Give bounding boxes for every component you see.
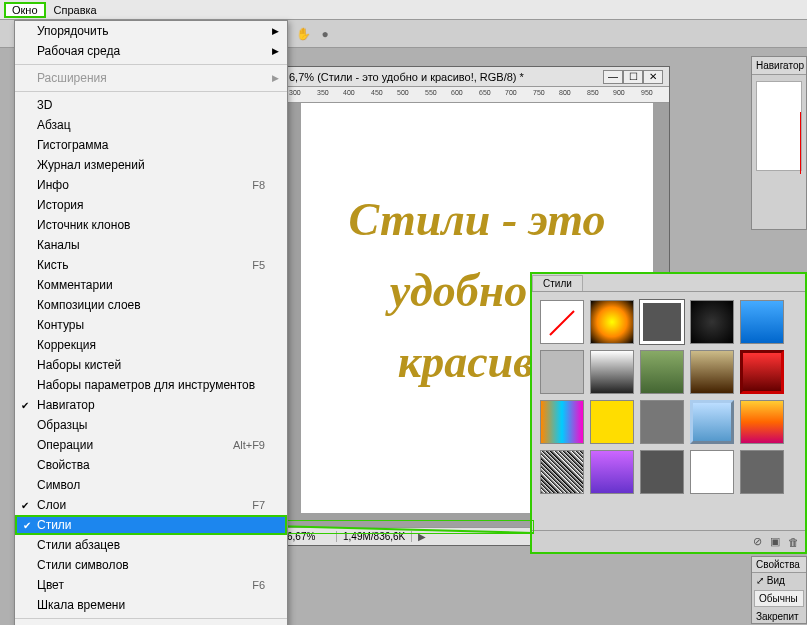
mi-cvet[interactable]: ЦветF6: [15, 575, 287, 595]
props-mode[interactable]: Обычны: [754, 590, 804, 607]
mi-kanaly[interactable]: Каналы: [15, 235, 287, 255]
doc-title-text: 6,7% (Стили - это удобно и красиво!, RGB…: [289, 71, 524, 83]
navigator-panel[interactable]: Навигатор: [751, 56, 807, 230]
mi-gistogramma[interactable]: Гистограмма: [15, 135, 287, 155]
style-swatch[interactable]: [690, 450, 734, 494]
properties-panel[interactable]: Свойства ⤢ Вид Обычны Закрепит: [751, 556, 807, 624]
separator: [15, 618, 287, 619]
style-swatch[interactable]: [540, 350, 584, 394]
navigator-preview[interactable]: [756, 81, 802, 171]
check-icon: ✔: [21, 400, 29, 411]
style-swatch[interactable]: [540, 450, 584, 494]
props-vid-label: ⤢ Вид: [752, 573, 806, 588]
styles-tabbar: Стили: [532, 274, 805, 292]
no-style-icon[interactable]: ⊘: [753, 535, 762, 548]
style-swatch[interactable]: [590, 300, 634, 344]
mi-3d[interactable]: 3D: [15, 95, 287, 115]
style-swatch-selected[interactable]: [640, 300, 684, 344]
check-icon: ✔: [21, 500, 29, 511]
minimize-button[interactable]: —: [603, 70, 623, 84]
styles-panel[interactable]: Стили ⊘ ▣ 🗑: [530, 272, 807, 554]
trash-icon[interactable]: 🗑: [788, 536, 799, 548]
submenu-arrow-icon: ▶: [272, 73, 279, 83]
mi-korrekciya[interactable]: Коррекция: [15, 335, 287, 355]
menu-spravka[interactable]: Справка: [46, 2, 105, 18]
styles-tab[interactable]: Стили: [532, 275, 583, 291]
style-swatch[interactable]: [590, 450, 634, 494]
submenu-arrow-icon: ▶: [272, 26, 279, 36]
mi-nabory-kistej[interactable]: Наборы кистей: [15, 355, 287, 375]
style-swatch[interactable]: [690, 350, 734, 394]
statusbar-arrow-icon[interactable]: ▶: [412, 531, 432, 542]
mi-nabory-param[interactable]: Наборы параметров для инструментов: [15, 375, 287, 395]
navigator-tab[interactable]: Навигатор: [752, 57, 806, 75]
props-tab[interactable]: Свойства: [752, 557, 806, 573]
menubar: Окно Справка: [0, 0, 807, 20]
separator: [15, 64, 287, 65]
hand-icon[interactable]: ✋: [295, 26, 311, 42]
check-icon: ✔: [23, 520, 31, 531]
style-swatch[interactable]: [640, 350, 684, 394]
mi-svojstva[interactable]: Свойства: [15, 455, 287, 475]
style-swatch[interactable]: [740, 450, 784, 494]
mi-istoriya[interactable]: История: [15, 195, 287, 215]
maximize-button[interactable]: ☐: [623, 70, 643, 84]
style-swatch[interactable]: [590, 350, 634, 394]
props-lock-label: Закрепит: [752, 609, 806, 624]
okno-dropdown: Упорядочить▶ Рабочая среда▶ Расширения▶ …: [14, 20, 288, 625]
ruler-horizontal: 3003504004505005506006507007508008509009…: [283, 87, 669, 103]
mi-kommentarii[interactable]: Комментарии: [15, 275, 287, 295]
style-swatch[interactable]: [640, 450, 684, 494]
new-style-icon[interactable]: ▣: [770, 535, 780, 548]
mi-kompozicii[interactable]: Композиции слоев: [15, 295, 287, 315]
mi-rabochaya-sreda[interactable]: Рабочая среда▶: [15, 41, 287, 61]
doc-size: 1,49M/836,6K: [337, 531, 412, 542]
mi-uporyadochit[interactable]: Упорядочить▶: [15, 21, 287, 41]
rec-icon[interactable]: ●: [317, 26, 333, 42]
style-none[interactable]: [540, 300, 584, 344]
styles-footer: ⊘ ▣ 🗑: [532, 530, 805, 552]
style-swatch[interactable]: [740, 350, 784, 394]
style-swatch[interactable]: [590, 400, 634, 444]
style-swatch[interactable]: [740, 400, 784, 444]
mi-istochnik[interactable]: Источник клонов: [15, 215, 287, 235]
mi-kist[interactable]: КистьF5: [15, 255, 287, 275]
mi-stili[interactable]: ✔Стили: [15, 515, 287, 535]
close-button[interactable]: ✕: [643, 70, 663, 84]
mi-operacii[interactable]: ОперацииAlt+F9: [15, 435, 287, 455]
mi-shkala[interactable]: Шкала времени: [15, 595, 287, 615]
mi-navigator[interactable]: ✔Навигатор: [15, 395, 287, 415]
mi-stili-simvolov[interactable]: Стили символов: [15, 555, 287, 575]
style-swatch[interactable]: [690, 300, 734, 344]
style-swatch[interactable]: [740, 300, 784, 344]
canvas-text-1: Стили - это: [349, 193, 606, 246]
style-swatch[interactable]: [540, 400, 584, 444]
mi-rasshireniya[interactable]: Расширения▶: [15, 68, 287, 88]
styles-grid: [532, 292, 805, 530]
submenu-arrow-icon: ▶: [272, 46, 279, 56]
mi-info[interactable]: ИнфоF8: [15, 175, 287, 195]
mi-obrazcy[interactable]: Образцы: [15, 415, 287, 435]
mi-abzac[interactable]: Абзац: [15, 115, 287, 135]
mi-stili-abzacev[interactable]: Стили абзацев: [15, 535, 287, 555]
mi-sloi[interactable]: ✔СлоиF7: [15, 495, 287, 515]
mi-simvol[interactable]: Символ: [15, 475, 287, 495]
mi-zhurnal[interactable]: Журнал измерений: [15, 155, 287, 175]
menu-okno[interactable]: Окно: [4, 2, 46, 18]
separator: [15, 91, 287, 92]
document-titlebar[interactable]: 6,7% (Стили - это удобно и красиво!, RGB…: [283, 67, 669, 87]
zoom-level[interactable]: 6,67%: [287, 531, 337, 542]
mi-kontury[interactable]: Контуры: [15, 315, 287, 335]
style-swatch[interactable]: [640, 400, 684, 444]
style-swatch[interactable]: [690, 400, 734, 444]
